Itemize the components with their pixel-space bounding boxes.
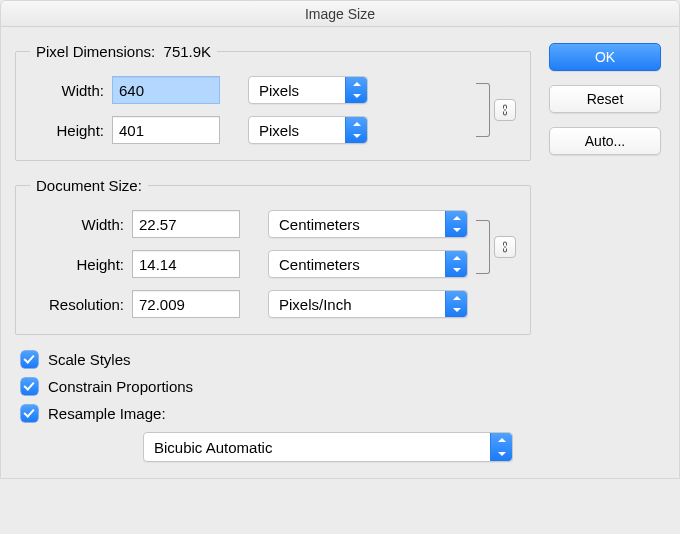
pixel-height-input[interactable] — [112, 116, 220, 144]
doc-width-unit-select[interactable]: Centimeters — [268, 210, 468, 238]
pixel-dimensions-legend: Pixel Dimensions: 751.9K — [30, 43, 217, 60]
resample-method-select[interactable]: Bicubic Automatic — [143, 432, 513, 462]
image-size-dialog: Image Size Pixel Dimensions: 751.9K Widt… — [0, 0, 680, 479]
checkbox-checked-icon — [21, 405, 38, 422]
chevron-up-down-icon — [490, 433, 512, 461]
doc-width-unit-value: Centimeters — [279, 216, 360, 233]
chevron-up-down-icon — [445, 211, 467, 237]
document-size-legend: Document Size: — [30, 177, 148, 194]
resample-image-checkbox[interactable]: Resample Image: — [15, 405, 531, 422]
pixel-width-unit-value: Pixels — [259, 82, 299, 99]
chevron-up-down-icon — [345, 117, 367, 143]
pixel-height-label: Height: — [30, 122, 112, 139]
pixel-height-unit-value: Pixels — [259, 122, 299, 139]
doc-height-input[interactable] — [132, 250, 240, 278]
document-size-group: Document Size: Width: Centimeters — [15, 177, 531, 335]
resolution-label: Resolution: — [30, 296, 132, 313]
resolution-input[interactable] — [132, 290, 240, 318]
doc-width-input[interactable] — [132, 210, 240, 238]
pixel-dimensions-legend-label: Pixel Dimensions: — [36, 43, 155, 60]
constrain-proportions-label: Constrain Proportions — [48, 378, 193, 395]
chevron-up-down-icon — [345, 77, 367, 103]
scale-styles-label: Scale Styles — [48, 351, 131, 368]
link-icon[interactable] — [494, 99, 516, 121]
checkbox-checked-icon — [21, 351, 38, 368]
doc-height-unit-value: Centimeters — [279, 256, 360, 273]
pixel-width-unit-select[interactable]: Pixels — [248, 76, 368, 104]
resample-image-label: Resample Image: — [48, 405, 166, 422]
pixel-dimensions-memory: 751.9K — [164, 43, 212, 60]
resolution-unit-select[interactable]: Pixels/Inch — [268, 290, 468, 318]
resolution-unit-value: Pixels/Inch — [279, 296, 352, 313]
pixel-dimensions-group: Pixel Dimensions: 751.9K Width: Pixels — [15, 43, 531, 161]
reset-button[interactable]: Reset — [549, 85, 661, 113]
window-title: Image Size — [1, 1, 679, 27]
auto-button[interactable]: Auto... — [549, 127, 661, 155]
doc-width-label: Width: — [30, 216, 132, 233]
pixel-width-input[interactable] — [112, 76, 220, 104]
link-icon[interactable] — [494, 236, 516, 258]
checkbox-checked-icon — [21, 378, 38, 395]
constrain-proportions-checkbox[interactable]: Constrain Proportions — [15, 378, 531, 395]
link-bracket — [476, 220, 490, 274]
doc-height-label: Height: — [30, 256, 132, 273]
scale-styles-checkbox[interactable]: Scale Styles — [15, 351, 531, 368]
chevron-up-down-icon — [445, 251, 467, 277]
pixel-width-label: Width: — [30, 82, 112, 99]
ok-button[interactable]: OK — [549, 43, 661, 71]
link-bracket — [476, 83, 490, 137]
pixel-height-unit-select[interactable]: Pixels — [248, 116, 368, 144]
resample-method-value: Bicubic Automatic — [154, 439, 272, 456]
doc-height-unit-select[interactable]: Centimeters — [268, 250, 468, 278]
chevron-up-down-icon — [445, 291, 467, 317]
